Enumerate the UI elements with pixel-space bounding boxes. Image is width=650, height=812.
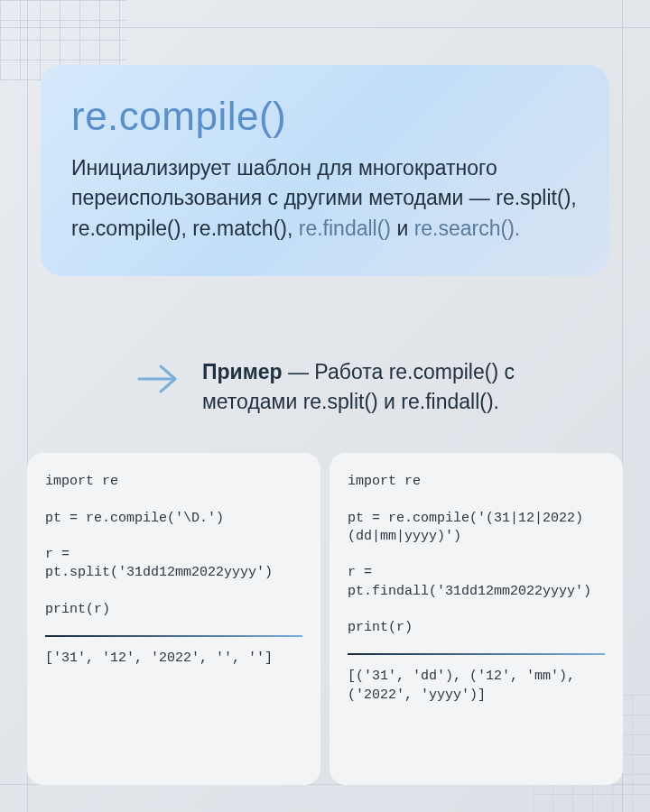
example-caption: Пример — Работа re.compile() с методами … <box>202 357 609 418</box>
info-card: re.compile() Инициализирует шаблон для м… <box>41 65 609 276</box>
panel-divider <box>348 653 605 655</box>
example-label-bold: Пример <box>202 360 283 383</box>
panel-divider <box>45 635 302 637</box>
code-panel-left: import re pt = re.compile('\D.') r = pt.… <box>27 453 320 785</box>
code-panels: import re pt = re.compile('\D.') r = pt.… <box>27 453 623 785</box>
code-panel-right: import re pt = re.compile('(31|12|2022)(… <box>330 453 623 785</box>
hairline-top <box>0 27 650 28</box>
arrow-right-icon <box>135 363 179 395</box>
code-block-right: import re pt = re.compile('(31|12|2022)(… <box>348 473 605 637</box>
output-right: [('31', 'dd'), ('12', 'mm'), ('2022', 'y… <box>348 668 605 705</box>
card-description: Инициализирует шаблон для многократного … <box>71 153 579 244</box>
output-left: ['31', '12', '2022', '', ''] <box>45 650 302 668</box>
code-block-left: import re pt = re.compile('\D.') r = pt.… <box>45 473 302 619</box>
desc-muted-1: re.findall() <box>299 217 391 240</box>
desc-part-2: и <box>391 217 414 240</box>
example-row: Пример — Работа re.compile() с методами … <box>135 357 609 418</box>
card-title: re.compile() <box>71 94 579 139</box>
desc-muted-2: re.search(). <box>414 217 521 240</box>
